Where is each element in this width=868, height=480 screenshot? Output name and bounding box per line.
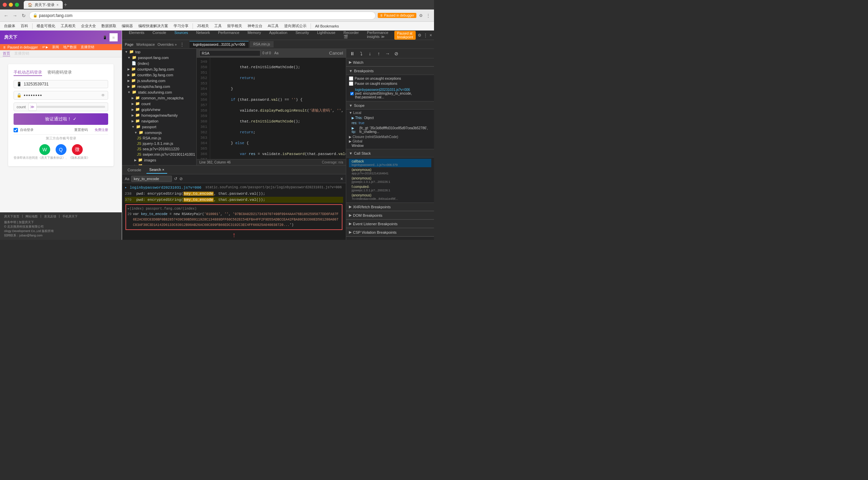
captcha-slider[interactable]: ≫ <box>28 106 105 108</box>
tab-close-button[interactable]: × <box>57 3 59 7</box>
console-result-file1[interactable]: ▸ loginbypassword20231031.js?v=006 stati… <box>125 185 343 191</box>
csp-breakpoints-header[interactable]: ▶ CSP Violation Breakpoints <box>346 228 434 236</box>
tab-security[interactable]: Security <box>291 31 313 41</box>
tree-item-commonjs[interactable]: ▼ 📁 commonjs <box>122 130 196 135</box>
tab-memory[interactable]: Memory <box>243 31 265 41</box>
bookmark-baike[interactable]: 百科 <box>19 23 30 29</box>
tree-item-rsa[interactable]: JS RSA.min.js <box>122 135 196 141</box>
footer-link-mobile[interactable]: 手机房天下 <box>62 214 78 219</box>
editor-search-input[interactable] <box>199 50 260 56</box>
sources-tab-workspace[interactable]: Workspace <box>136 42 155 46</box>
wechat-login-button[interactable]: W <box>39 144 50 155</box>
debug-step-button[interactable]: → <box>384 50 391 57</box>
sources-tab-page[interactable]: Page <box>125 42 134 46</box>
console-search-input[interactable] <box>131 176 172 182</box>
dom-breakpoints-header[interactable]: ▶ DOM Breakpoints <box>346 211 434 219</box>
tree-item-jquery[interactable]: JS jquery-1.8.1.min.js <box>122 141 196 146</box>
bookmark-ai[interactable]: AI工具 <box>266 23 281 29</box>
tree-item-images[interactable]: ▶ 📁 images <box>122 157 196 163</box>
result-highlight-box[interactable]: ▸(index) passport.fang.com/(index) 29 va… <box>125 204 342 230</box>
sources-more-icon[interactable]: ⋮ <box>180 42 184 47</box>
cs-anon2[interactable]: (anonymous) jgswepc.1.0.1.js?...200226:1 <box>349 176 431 184</box>
pause-uncaught-checkbox[interactable] <box>349 76 353 81</box>
bp-item-main[interactable]: loginbypassword20231031.js?v=006 pwd: en… <box>349 87 431 100</box>
tab-console[interactable]: Console <box>149 31 170 41</box>
refresh-button[interactable]: ↻ <box>20 12 27 19</box>
tree-item-count[interactable]: ▶ 📁 count <box>122 101 196 107</box>
tree-item-passport[interactable]: ▼ 📁 passport.fang.com <box>122 55 196 60</box>
tree-item-countpvn[interactable]: ▶ 📁 countpvn.3g.fang.com <box>122 66 196 72</box>
editor-tab-loginbypassword[interactable]: loginbypassword...31031.js?v=006 <box>190 41 249 48</box>
tree-item-top[interactable]: ▼ 📁 top <box>122 49 196 55</box>
address-bar[interactable]: 🔒 passport.fang.com <box>29 12 376 20</box>
devtools-dock-icon[interactable]: ⋮ <box>423 33 428 38</box>
bookmark-solution[interactable]: 编程快速解决方案 <box>136 23 170 29</box>
free-register-link[interactable]: 免费注册 <box>95 128 108 132</box>
debug-subnav-item1[interactable]: 新闻 <box>52 45 59 50</box>
reset-pwd-link[interactable]: 重置密码 <box>74 128 88 132</box>
footer-link-home[interactable]: 房天下首页 <box>4 214 19 219</box>
auto-login-checkbox[interactable] <box>14 128 18 132</box>
tree-item-navigation[interactable]: ▶ 📁 navigation <box>122 118 196 124</box>
cs-anon3[interactable]: (anonymous) 7c=index&a=code...840ca1e4f8… <box>349 193 431 201</box>
bookmark-js[interactable]: JS相关 <box>195 23 211 29</box>
console-clear-button[interactable]: ⊘ <box>179 176 183 181</box>
console-result-line379[interactable]: 379 pwd: encryptedString(key_to_encode, … <box>125 197 343 203</box>
active-tab[interactable]: 🏠 房天下-登录 × <box>24 1 63 9</box>
tree-item-gcpb[interactable]: ▶ 📁 gcpb/v/new <box>122 107 196 112</box>
console-result-line238[interactable]: 238 pwd: encryptedString(key_to_encode, … <box>125 191 343 197</box>
code-lines[interactable]: that.reInitSlideMathCode(); return; } if… <box>210 58 346 159</box>
bookmark-shuju[interactable]: 数据抓取 <box>99 23 118 29</box>
forward-button[interactable]: → <box>12 12 18 19</box>
console-tab-search[interactable]: Search × <box>146 166 167 174</box>
watch-header[interactable]: ▶ Watch <box>346 58 434 66</box>
login-tab-mobile[interactable]: 手机动态码登录 <box>14 70 42 76</box>
cs-fcomputed[interactable]: f.computed- jgswepc.1.0.1.js?...200226:1 <box>349 184 431 193</box>
editor-search-close-button[interactable]: Cancel <box>329 51 343 56</box>
bookmark-loufang[interactable]: 楼盘可视化 <box>35 23 57 29</box>
tree-item-js[interactable]: ▶ 📁 js.soufuning.com <box>122 78 196 83</box>
tree-item-homepage[interactable]: ▶ 📁 homepage/new/family <box>122 112 196 118</box>
close-button[interactable] <box>3 3 7 7</box>
maximize-button[interactable] <box>15 3 19 7</box>
tree-item-recaptcha[interactable]: ▶ 📁 recaptcha.fang.com <box>122 83 196 89</box>
eye-icon[interactable]: 👁 <box>101 93 105 98</box>
password-field[interactable]: •••••••• <box>24 93 42 98</box>
new-tab-button[interactable]: + <box>64 2 67 8</box>
editor-tab-rsa[interactable]: RSA.min.js <box>250 41 273 47</box>
tab-lighthouse[interactable]: Lighthouse <box>313 31 339 41</box>
tab-performance[interactable]: Performance <box>214 31 243 41</box>
tab-recorder[interactable]: Recorder 🎬 <box>339 31 363 41</box>
subnav-home[interactable]: 首页 <box>3 51 10 56</box>
call-stack-header[interactable]: ▼ Call Stack <box>346 149 434 157</box>
subnav-live[interactable]: 直播营销 <box>14 51 29 56</box>
debug-deactivate-button[interactable]: ⊘ <box>393 50 400 57</box>
back-button[interactable]: ← <box>3 12 9 19</box>
tree-item-counttbn[interactable]: ▶ 📁 counttbn.3g.fang.com <box>122 72 196 78</box>
sources-tab-overrides[interactable]: Overrides » <box>158 42 177 46</box>
weibo-login-button[interactable]: 微 <box>72 144 83 155</box>
verify-button[interactable]: 验证通过啦！ ✓ <box>14 113 108 125</box>
tree-item-swiper[interactable]: JS swiper.min.js?v=201901141001 <box>122 152 196 157</box>
tree-item-sea[interactable]: JS sea.js?v=2016011220 <box>122 146 196 152</box>
debug-subnav-item3[interactable]: 直播营销 <box>81 45 94 50</box>
footer-link-map[interactable]: 网站地图 <box>25 214 38 219</box>
bookmark-all[interactable]: All Bookmarks <box>313 23 341 29</box>
xhr-breakpoints-header[interactable]: ▶ XHR/fetch Breakpoints <box>346 203 434 211</box>
login-tab-password[interactable]: 密码密码登录 <box>47 70 72 76</box>
bookmark-gongju[interactable]: 工具相关 <box>59 23 78 29</box>
cs-callback[interactable]: callback loginbypassword...1.js?v=006:37… <box>349 159 431 167</box>
tree-item-pccss[interactable]: ▶ 📁 pccss <box>122 163 196 165</box>
extensions-button[interactable]: ⚙ <box>418 13 424 19</box>
bookmark-nxcs[interactable]: 逆向测试公示 <box>282 23 309 29</box>
debug-step-out-button[interactable]: ↑ <box>375 50 382 57</box>
tab-application[interactable]: Application <box>265 31 292 41</box>
tab-perf-insights[interactable]: Performance insights ≫ <box>363 31 392 41</box>
tree-item-index[interactable]: 📄 (index) <box>122 60 196 66</box>
console-refresh-button[interactable]: ↺ <box>174 176 177 181</box>
console-tab-console[interactable]: Console <box>125 167 144 173</box>
footer-link-feedback[interactable]: 意见反馈 <box>44 214 56 219</box>
devtools-close-icon[interactable]: × <box>430 33 432 38</box>
tab-sources[interactable]: Sources <box>170 31 192 41</box>
debug-subnav-item2[interactable]: 地产数据 <box>63 45 77 50</box>
